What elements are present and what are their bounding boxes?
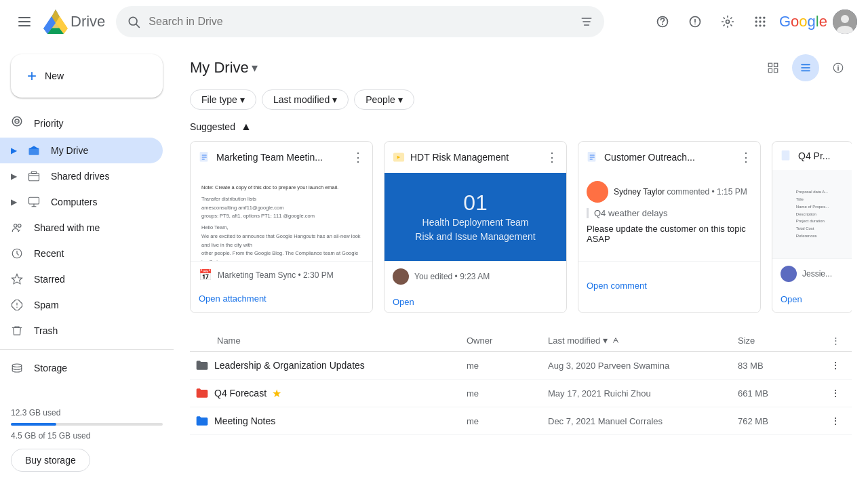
file-list-header: Name Owner Last modified ▾ Size ⋮ bbox=[190, 329, 852, 352]
table-row[interactable]: Leadership & Organization Updates me Aug… bbox=[190, 352, 852, 380]
column-more[interactable]: ⋮ bbox=[819, 336, 852, 346]
sort-arrow-icon[interactable] bbox=[610, 335, 621, 346]
sidebar-item-computers[interactable]: ▶ Computers bbox=[0, 189, 163, 215]
svg-point-24 bbox=[759, 24, 761, 26]
svg-rect-32 bbox=[29, 148, 39, 155]
search-bar[interactable] bbox=[116, 6, 604, 37]
buy-storage-button[interactable]: Buy storage bbox=[11, 449, 90, 472]
sidebar-item-my-drive[interactable]: ▶ My Drive bbox=[0, 138, 163, 163]
hamburger-menu-button[interactable] bbox=[11, 8, 38, 35]
google-logo: Google bbox=[779, 13, 827, 30]
row-more-icon[interactable]: ⋮ bbox=[831, 360, 840, 371]
svg-point-16 bbox=[726, 20, 729, 24]
modified-column-label: Last modified bbox=[548, 336, 600, 346]
calendar-icon: 📅 bbox=[199, 268, 212, 281]
grid-view-button[interactable] bbox=[760, 54, 787, 81]
settings-icon[interactable] bbox=[714, 8, 741, 35]
sidebar-item-recent[interactable]: Recent bbox=[0, 241, 163, 266]
table-row[interactable]: Q4 Forecast ★ me May 17, 2021 Ruichi Zho… bbox=[190, 380, 852, 407]
list-view-button[interactable] bbox=[792, 54, 819, 81]
card-customer-outreach[interactable]: Customer Outreach... ⋮ Sydney Taylor com… bbox=[578, 141, 761, 313]
help-icon[interactable] bbox=[682, 8, 709, 35]
sidebar-label-shared-drives: Shared drives bbox=[51, 171, 109, 182]
sidebar-item-storage[interactable]: Storage bbox=[0, 355, 163, 381]
svg-rect-49 bbox=[588, 152, 595, 162]
slides-icon bbox=[393, 151, 405, 163]
info-button[interactable] bbox=[825, 54, 852, 81]
file-more[interactable]: ⋮ bbox=[819, 415, 852, 426]
filter-icon[interactable] bbox=[580, 15, 593, 28]
card-preview: 01 Health Deployment TeamRisk and Issue … bbox=[384, 173, 566, 261]
priority-icon bbox=[11, 115, 23, 131]
more-options-icon[interactable]: ⋮ bbox=[831, 336, 840, 346]
last-modified-label: Last modified bbox=[273, 94, 330, 105]
sidebar-item-shared-drives[interactable]: ▶ Shared drives bbox=[0, 163, 163, 189]
card-header: Customer Outreach... ⋮ bbox=[578, 142, 760, 173]
doc-icon bbox=[199, 151, 211, 163]
people-filter[interactable]: People ▾ bbox=[354, 89, 414, 110]
card-title: HDT Risk Management bbox=[410, 152, 540, 163]
sidebar-item-priority[interactable]: Priority bbox=[0, 108, 163, 138]
spam-icon bbox=[11, 299, 23, 311]
suggested-chevron[interactable]: ▲ bbox=[241, 121, 252, 133]
storage-bar-fill bbox=[11, 423, 56, 426]
svg-point-36 bbox=[14, 224, 18, 228]
sidebar-item-trash[interactable]: Trash bbox=[0, 318, 163, 344]
svg-point-17 bbox=[755, 17, 757, 19]
file-modified: May 17, 2021 Ruichi Zhou bbox=[548, 388, 738, 399]
svg-point-23 bbox=[755, 24, 757, 26]
comment-quote: Q4 weather delays bbox=[587, 208, 752, 218]
computers-icon bbox=[28, 196, 40, 208]
table-row[interactable]: Meeting Notes me Dec 7, 2021 Manuel Corr… bbox=[190, 407, 852, 435]
card-q4[interactable]: Q4 Pr... Proposal data A... Title Name o… bbox=[772, 141, 852, 313]
card-action-link[interactable]: Open bbox=[384, 291, 566, 312]
card-marketing-meeting[interactable]: Marketing Team Meetin... ⋮ Note: Create … bbox=[190, 141, 373, 313]
sidebar-label-shared-with-me: Shared with me bbox=[34, 222, 100, 233]
search-input[interactable] bbox=[149, 16, 572, 28]
preview-line: Note: Create a copy of this doc to prepa… bbox=[201, 184, 361, 192]
modified-text: Aug 3, 2020 Parveen Swamina bbox=[548, 361, 669, 371]
comment-body: Please update the customer on this topic… bbox=[587, 224, 752, 244]
new-button[interactable]: + New bbox=[11, 54, 163, 98]
last-modified-filter[interactable]: Last modified ▾ bbox=[262, 89, 349, 110]
size-text: 762 MB bbox=[738, 416, 768, 426]
card-menu-button[interactable]: ⋮ bbox=[352, 150, 364, 165]
file-type-label: File type bbox=[201, 94, 237, 105]
card-menu-button[interactable]: ⋮ bbox=[740, 150, 752, 165]
sort-direction-icon: ▾ bbox=[603, 335, 608, 346]
apps-icon[interactable] bbox=[747, 8, 774, 35]
support-icon[interactable] bbox=[649, 8, 676, 35]
my-drive-icon bbox=[28, 144, 40, 157]
user-avatar[interactable] bbox=[833, 9, 857, 34]
card-footer: You edited • 9:23 AM bbox=[384, 261, 566, 291]
file-more[interactable]: ⋮ bbox=[819, 388, 852, 399]
file-icon bbox=[190, 359, 214, 372]
card-action-link[interactable]: Open comment bbox=[578, 275, 760, 296]
owner-text: me bbox=[467, 361, 479, 371]
svg-rect-0 bbox=[18, 17, 31, 18]
card-menu-button[interactable]: ⋮ bbox=[546, 150, 558, 165]
file-more[interactable]: ⋮ bbox=[819, 360, 852, 371]
preview-line: Transfer distribution lists bbox=[201, 195, 361, 204]
svg-point-22 bbox=[763, 20, 765, 22]
card-action-link[interactable]: Open bbox=[772, 289, 852, 310]
card-title: Marketing Team Meetin... bbox=[216, 152, 347, 163]
title-dropdown-icon[interactable]: ▾ bbox=[252, 60, 258, 75]
sidebar-item-spam[interactable]: Spam bbox=[0, 292, 163, 318]
header: Drive bbox=[0, 0, 868, 43]
footer-text: You edited • 9:23 AM bbox=[414, 272, 558, 281]
card-header: Marketing Team Meetin... ⋮ bbox=[191, 142, 372, 173]
svg-rect-47 bbox=[200, 152, 208, 162]
row-more-icon[interactable]: ⋮ bbox=[831, 415, 840, 426]
commenter-name: Sydney Taylor bbox=[614, 187, 667, 197]
card-action-link[interactable]: Open attachment bbox=[191, 288, 372, 309]
file-type-filter[interactable]: File type ▾ bbox=[190, 89, 256, 110]
card-hdt-risk[interactable]: HDT Risk Management ⋮ 01 Health Deployme… bbox=[384, 141, 567, 313]
row-more-icon[interactable]: ⋮ bbox=[831, 388, 840, 399]
column-name[interactable]: Name bbox=[190, 336, 467, 346]
sidebar-item-shared-with-me[interactable]: Shared with me bbox=[0, 215, 163, 241]
column-modified[interactable]: Last modified ▾ bbox=[548, 335, 738, 346]
preview-line: We are excited to announce that Google H… bbox=[201, 232, 361, 250]
last-modified-arrow: ▾ bbox=[332, 94, 337, 105]
sidebar-item-starred[interactable]: Starred bbox=[0, 266, 163, 292]
